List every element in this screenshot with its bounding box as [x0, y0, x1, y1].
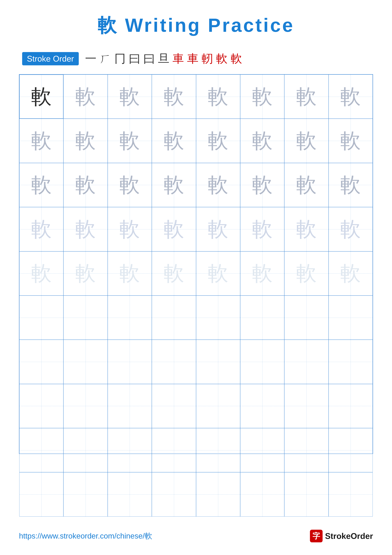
grid-cell[interactable]: 軟 — [240, 74, 284, 119]
grid-cell[interactable] — [108, 384, 152, 428]
practice-char: 軟 — [164, 263, 184, 284]
grid-cell[interactable]: 軟 — [19, 251, 64, 296]
grid-cell[interactable]: 軟 — [152, 163, 196, 207]
grid-cell[interactable]: 軟 — [19, 163, 64, 207]
grid-cell[interactable] — [284, 296, 328, 340]
grid-cell[interactable]: 軟 — [64, 251, 107, 296]
practice-char: 軟 — [340, 219, 361, 240]
grid-cell[interactable] — [19, 384, 64, 428]
practice-char: 軟 — [31, 175, 52, 195]
grid-cell[interactable]: 軟 — [240, 207, 284, 251]
grid-cell[interactable] — [108, 428, 152, 472]
grid-cell[interactable] — [108, 340, 152, 384]
grid-cell[interactable] — [328, 428, 373, 472]
grid-cell[interactable] — [152, 296, 196, 340]
grid-cell[interactable]: 軟 — [196, 207, 240, 251]
grid-cell[interactable]: 軟 — [328, 163, 373, 207]
stroke-11: 軟 — [231, 51, 242, 66]
grid-cell[interactable] — [196, 384, 240, 428]
grid-cell[interactable] — [64, 340, 107, 384]
grid-cell[interactable]: 軟 — [328, 251, 373, 296]
grid-cell[interactable] — [196, 472, 240, 516]
grid-cell[interactable] — [284, 384, 328, 428]
practice-char: 軟 — [31, 263, 52, 284]
grid-cell[interactable] — [152, 472, 196, 516]
footer-logo: 字 StrokeOrder — [310, 530, 373, 542]
grid-cell[interactable]: 軟 — [284, 119, 328, 163]
grid-cell[interactable] — [152, 340, 196, 384]
grid-cell[interactable] — [328, 472, 373, 516]
grid-cell[interactable] — [152, 384, 196, 428]
stroke-10: 軟 — [216, 51, 228, 66]
grid-cell[interactable]: 軟 — [284, 163, 328, 207]
grid-cell[interactable]: 軟 — [196, 163, 240, 207]
grid-cell[interactable]: 軟 — [19, 207, 64, 251]
grid-cell[interactable] — [64, 384, 107, 428]
grid-cell[interactable]: 軟 — [152, 74, 196, 119]
logo-icon: 字 — [310, 530, 323, 542]
practice-char: 軟 — [119, 131, 140, 151]
practice-char: 軟 — [164, 86, 184, 107]
grid-cell[interactable]: 軟 — [108, 207, 152, 251]
grid-cell[interactable] — [284, 340, 328, 384]
grid-cell[interactable] — [240, 296, 284, 340]
grid-cell[interactable] — [284, 472, 328, 516]
grid-cell[interactable] — [240, 428, 284, 472]
footer-url[interactable]: https://www.strokeorder.com/chinese/軟 — [19, 531, 152, 541]
grid-cell[interactable]: 軟 — [152, 119, 196, 163]
grid-cell[interactable]: 軟 — [284, 207, 328, 251]
grid-cell[interactable] — [19, 340, 64, 384]
grid-cell[interactable] — [196, 296, 240, 340]
grid-cell[interactable]: 軟 — [284, 251, 328, 296]
grid-cell[interactable]: 軟 — [64, 207, 107, 251]
grid-cell[interactable]: 軟 — [328, 119, 373, 163]
grid-cell[interactable] — [240, 340, 284, 384]
grid-cell[interactable] — [240, 472, 284, 516]
grid-cell[interactable]: 軟 — [108, 163, 152, 207]
practice-char: 軟 — [296, 131, 317, 151]
practice-char: 軟 — [252, 86, 273, 107]
grid-cell[interactable]: 軟 — [196, 251, 240, 296]
practice-char: 軟 — [164, 219, 184, 240]
grid-cell[interactable]: 軟 — [240, 251, 284, 296]
grid-cell[interactable]: 軟 — [108, 119, 152, 163]
grid-cell[interactable] — [196, 340, 240, 384]
grid-cell[interactable]: 軟 — [240, 163, 284, 207]
grid-cell[interactable] — [19, 472, 64, 516]
practice-char: 軟 — [208, 86, 228, 107]
grid-cell[interactable]: 軟 — [19, 119, 64, 163]
grid-cell[interactable] — [19, 428, 64, 472]
practice-char: 軟 — [208, 131, 228, 151]
grid-cell[interactable]: 軟 — [284, 74, 328, 119]
grid-cell[interactable]: 軟 — [152, 251, 196, 296]
grid-cell[interactable]: 軟 — [152, 207, 196, 251]
grid-cell[interactable]: 軟 — [196, 74, 240, 119]
grid-cell[interactable] — [196, 428, 240, 472]
practice-char: 軟 — [340, 131, 361, 151]
grid-cell[interactable]: 軟 — [64, 163, 107, 207]
practice-char: 軟 — [119, 86, 140, 107]
grid-cell[interactable]: 軟 — [328, 207, 373, 251]
grid-cell[interactable]: 軟 — [19, 74, 64, 119]
grid-cell[interactable] — [108, 296, 152, 340]
grid-cell[interactable] — [240, 384, 284, 428]
grid-cell[interactable]: 軟 — [64, 119, 107, 163]
grid-cell[interactable] — [284, 428, 328, 472]
grid-cell[interactable]: 軟 — [64, 74, 107, 119]
practice-char: 軟 — [340, 86, 361, 107]
grid-cell[interactable] — [328, 296, 373, 340]
grid-cell[interactable] — [328, 340, 373, 384]
grid-cell[interactable] — [19, 296, 64, 340]
grid-cell[interactable]: 軟 — [108, 251, 152, 296]
grid-cell[interactable] — [152, 428, 196, 472]
grid-cell[interactable] — [108, 472, 152, 516]
grid-cell[interactable]: 軟 — [108, 74, 152, 119]
grid-cell[interactable]: 軟 — [240, 119, 284, 163]
grid-cell[interactable] — [64, 428, 107, 472]
grid-cell[interactable]: 軟 — [328, 74, 373, 119]
grid-cell[interactable] — [64, 296, 107, 340]
grid-cell[interactable] — [64, 472, 107, 516]
grid-cell[interactable]: 軟 — [196, 119, 240, 163]
grid-cell[interactable] — [328, 384, 373, 428]
stroke-6: 旦 — [158, 51, 169, 66]
